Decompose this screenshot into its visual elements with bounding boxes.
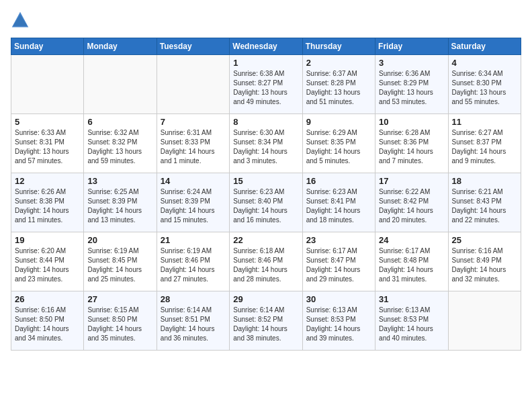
day-number: 21 [161, 235, 226, 245]
day-number: 7 [161, 117, 226, 127]
day-cell: 24Sunrise: 6:17 AM Sunset: 8:48 PM Dayli… [375, 232, 448, 291]
day-info: Sunrise: 6:26 AM Sunset: 8:38 PM Dayligh… [15, 187, 80, 225]
day-cell: 7Sunrise: 6:31 AM Sunset: 8:33 PM Daylig… [157, 114, 229, 173]
day-number: 11 [452, 117, 517, 127]
calendar-header: SundayMondayTuesdayWednesdayThursdayFrid… [11, 38, 521, 55]
day-number: 28 [161, 294, 226, 304]
day-info: Sunrise: 6:23 AM Sunset: 8:41 PM Dayligh… [306, 187, 371, 225]
header-day-monday: Monday [84, 38, 157, 55]
day-cell: 21Sunrise: 6:19 AM Sunset: 8:46 PM Dayli… [157, 232, 229, 291]
day-number: 30 [306, 294, 371, 304]
day-info: Sunrise: 6:23 AM Sunset: 8:40 PM Dayligh… [233, 187, 298, 225]
day-cell: 27Sunrise: 6:15 AM Sunset: 8:50 PM Dayli… [84, 291, 157, 351]
svg-marker-1 [13, 14, 28, 26]
day-number: 27 [87, 294, 152, 304]
logo [11, 11, 32, 30]
day-number: 29 [233, 294, 298, 304]
day-cell: 3Sunrise: 6:36 AM Sunset: 8:29 PM Daylig… [375, 55, 448, 114]
header-row: SundayMondayTuesdayWednesdayThursdayFrid… [11, 38, 521, 55]
day-cell: 9Sunrise: 6:29 AM Sunset: 8:35 PM Daylig… [302, 114, 375, 173]
day-number: 14 [161, 176, 226, 186]
day-cell: 29Sunrise: 6:14 AM Sunset: 8:52 PM Dayli… [230, 291, 302, 351]
header-day-wednesday: Wednesday [230, 38, 302, 55]
day-cell: 13Sunrise: 6:25 AM Sunset: 8:39 PM Dayli… [84, 173, 157, 232]
day-number: 31 [379, 294, 444, 304]
day-number: 6 [87, 117, 152, 127]
day-cell [84, 55, 157, 114]
day-info: Sunrise: 6:13 AM Sunset: 8:53 PM Dayligh… [306, 306, 371, 343]
day-info: Sunrise: 6:32 AM Sunset: 8:32 PM Dayligh… [87, 128, 152, 166]
header-day-tuesday: Tuesday [157, 38, 229, 55]
day-info: Sunrise: 6:27 AM Sunset: 8:37 PM Dayligh… [452, 128, 517, 166]
day-number: 4 [452, 58, 517, 68]
week-row-1: 5Sunrise: 6:33 AM Sunset: 8:31 PM Daylig… [11, 114, 521, 173]
day-info: Sunrise: 6:16 AM Sunset: 8:49 PM Dayligh… [452, 246, 517, 284]
day-info: Sunrise: 6:37 AM Sunset: 8:28 PM Dayligh… [306, 69, 371, 107]
day-info: Sunrise: 6:20 AM Sunset: 8:44 PM Dayligh… [15, 246, 80, 284]
day-number: 1 [233, 58, 298, 68]
day-info: Sunrise: 6:21 AM Sunset: 8:43 PM Dayligh… [452, 187, 517, 225]
day-number: 10 [379, 117, 444, 127]
day-number: 5 [15, 117, 80, 127]
day-info: Sunrise: 6:36 AM Sunset: 8:29 PM Dayligh… [379, 69, 444, 107]
day-number: 9 [306, 117, 371, 127]
day-cell: 25Sunrise: 6:16 AM Sunset: 8:49 PM Dayli… [448, 232, 521, 291]
day-cell: 4Sunrise: 6:34 AM Sunset: 8:30 PM Daylig… [448, 55, 521, 114]
day-number: 8 [233, 117, 298, 127]
day-info: Sunrise: 6:16 AM Sunset: 8:50 PM Dayligh… [15, 306, 80, 343]
day-cell: 1Sunrise: 6:38 AM Sunset: 8:27 PM Daylig… [230, 55, 302, 114]
day-cell [157, 55, 229, 114]
day-cell: 23Sunrise: 6:17 AM Sunset: 8:47 PM Dayli… [302, 232, 375, 291]
day-info: Sunrise: 6:34 AM Sunset: 8:30 PM Dayligh… [452, 69, 517, 107]
day-cell: 17Sunrise: 6:22 AM Sunset: 8:42 PM Dayli… [375, 173, 448, 232]
day-cell: 16Sunrise: 6:23 AM Sunset: 8:41 PM Dayli… [302, 173, 375, 232]
week-row-2: 12Sunrise: 6:26 AM Sunset: 8:38 PM Dayli… [11, 173, 521, 232]
calendar-table: SundayMondayTuesdayWednesdayThursdayFrid… [11, 38, 521, 351]
day-cell: 6Sunrise: 6:32 AM Sunset: 8:32 PM Daylig… [84, 114, 157, 173]
day-cell: 20Sunrise: 6:19 AM Sunset: 8:45 PM Dayli… [84, 232, 157, 291]
week-row-0: 1Sunrise: 6:38 AM Sunset: 8:27 PM Daylig… [11, 55, 521, 114]
day-info: Sunrise: 6:19 AM Sunset: 8:46 PM Dayligh… [161, 246, 226, 284]
day-info: Sunrise: 6:29 AM Sunset: 8:35 PM Dayligh… [306, 128, 371, 166]
day-cell: 10Sunrise: 6:28 AM Sunset: 8:36 PM Dayli… [375, 114, 448, 173]
day-info: Sunrise: 6:17 AM Sunset: 8:48 PM Dayligh… [379, 246, 444, 284]
week-row-4: 26Sunrise: 6:16 AM Sunset: 8:50 PM Dayli… [11, 291, 521, 351]
day-cell [448, 291, 521, 351]
day-info: Sunrise: 6:15 AM Sunset: 8:50 PM Dayligh… [87, 306, 152, 343]
day-number: 19 [15, 235, 80, 245]
day-number: 18 [452, 176, 517, 186]
day-info: Sunrise: 6:13 AM Sunset: 8:53 PM Dayligh… [379, 306, 444, 343]
day-cell: 8Sunrise: 6:30 AM Sunset: 8:34 PM Daylig… [230, 114, 302, 173]
header-day-thursday: Thursday [302, 38, 375, 55]
day-number: 26 [15, 294, 80, 304]
day-info: Sunrise: 6:22 AM Sunset: 8:42 PM Dayligh… [379, 187, 444, 225]
day-info: Sunrise: 6:31 AM Sunset: 8:33 PM Dayligh… [161, 128, 226, 166]
day-number: 23 [306, 235, 371, 245]
header-day-sunday: Sunday [11, 38, 84, 55]
day-info: Sunrise: 6:19 AM Sunset: 8:45 PM Dayligh… [87, 246, 152, 284]
day-cell: 22Sunrise: 6:18 AM Sunset: 8:46 PM Dayli… [230, 232, 302, 291]
day-number: 12 [15, 176, 80, 186]
day-cell: 19Sunrise: 6:20 AM Sunset: 8:44 PM Dayli… [11, 232, 84, 291]
day-number: 17 [379, 176, 444, 186]
day-info: Sunrise: 6:33 AM Sunset: 8:31 PM Dayligh… [15, 128, 80, 166]
day-cell: 5Sunrise: 6:33 AM Sunset: 8:31 PM Daylig… [11, 114, 84, 173]
day-number: 22 [233, 235, 298, 245]
day-cell: 31Sunrise: 6:13 AM Sunset: 8:53 PM Dayli… [375, 291, 448, 351]
day-info: Sunrise: 6:24 AM Sunset: 8:39 PM Dayligh… [161, 187, 226, 225]
day-cell: 11Sunrise: 6:27 AM Sunset: 8:37 PM Dayli… [448, 114, 521, 173]
header-day-friday: Friday [375, 38, 448, 55]
day-cell: 12Sunrise: 6:26 AM Sunset: 8:38 PM Dayli… [11, 173, 84, 232]
day-number: 25 [452, 235, 517, 245]
day-info: Sunrise: 6:38 AM Sunset: 8:27 PM Dayligh… [233, 69, 298, 107]
day-number: 2 [306, 58, 371, 68]
day-number: 13 [87, 176, 152, 186]
day-number: 24 [379, 235, 444, 245]
day-cell [11, 55, 84, 114]
calendar-body: 1Sunrise: 6:38 AM Sunset: 8:27 PM Daylig… [11, 55, 521, 351]
day-cell: 30Sunrise: 6:13 AM Sunset: 8:53 PM Dayli… [302, 291, 375, 351]
day-cell: 28Sunrise: 6:14 AM Sunset: 8:51 PM Dayli… [157, 291, 229, 351]
day-cell: 14Sunrise: 6:24 AM Sunset: 8:39 PM Dayli… [157, 173, 229, 232]
page-header [11, 11, 521, 30]
day-info: Sunrise: 6:14 AM Sunset: 8:51 PM Dayligh… [161, 306, 226, 343]
